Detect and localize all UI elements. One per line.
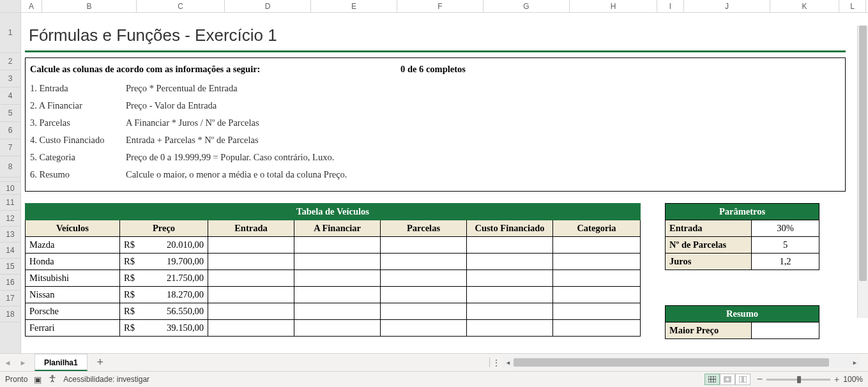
col-header-K[interactable]: K: [770, 0, 839, 12]
row-header-3[interactable]: 3: [0, 70, 20, 87]
col-afinanciar[interactable]: A Financiar: [294, 220, 381, 237]
cell[interactable]: [553, 303, 641, 320]
param-value[interactable]: 1,2: [752, 254, 819, 270]
cell[interactable]: [294, 237, 381, 254]
col-preco[interactable]: Preço: [120, 220, 208, 237]
col-categoria[interactable]: Categoria: [553, 220, 641, 237]
row-header-12[interactable]: 12: [0, 211, 20, 227]
zoom-in-button[interactable]: +: [834, 374, 839, 384]
tab-nav-next[interactable]: ►: [17, 357, 29, 368]
scroll-track[interactable]: [514, 358, 849, 367]
cell[interactable]: 39.150,00: [141, 320, 208, 337]
select-all-triangle[interactable]: [0, 0, 21, 12]
cell[interactable]: [294, 270, 381, 287]
scrollbar-thumb[interactable]: [859, 26, 867, 281]
row-header-10[interactable]: 10: [0, 182, 20, 195]
cell[interactable]: [467, 254, 553, 270]
cell[interactable]: [467, 287, 553, 303]
view-page-break[interactable]: [735, 374, 750, 385]
cell[interactable]: Mitsubishi: [26, 270, 120, 287]
cell[interactable]: [467, 237, 553, 254]
vertical-scrollbar[interactable]: [857, 26, 868, 318]
tab-options-icon[interactable]: ⋮: [492, 358, 501, 368]
cell[interactable]: [467, 270, 553, 287]
cell[interactable]: Nissan: [26, 287, 120, 303]
horizontal-scrollbar[interactable]: ◄ ►: [503, 357, 860, 368]
col-custo[interactable]: Custo Financiado: [467, 220, 553, 237]
cell[interactable]: 18.270,00: [141, 287, 208, 303]
col-header-H[interactable]: H: [570, 0, 657, 12]
col-header-J[interactable]: J: [684, 0, 770, 12]
cell[interactable]: [553, 287, 641, 303]
cell[interactable]: [208, 270, 294, 287]
scroll-left-arrow[interactable]: ◄: [503, 357, 514, 368]
cell[interactable]: 20.010,00: [141, 237, 208, 254]
cell[interactable]: R$: [120, 287, 141, 303]
spreadsheet-grid[interactable]: Fórmulas e Funções - Exercício 1 Calcule…: [21, 13, 868, 353]
cell[interactable]: [208, 320, 294, 337]
zoom-out-button[interactable]: −: [757, 374, 763, 385]
row-header-15[interactable]: 15: [0, 259, 20, 275]
cell[interactable]: Mazda: [26, 237, 120, 254]
view-page-layout[interactable]: [720, 374, 735, 385]
cell[interactable]: [553, 237, 641, 254]
cell[interactable]: R$: [120, 303, 141, 320]
cell[interactable]: [294, 254, 381, 270]
row-header-16[interactable]: 16: [0, 275, 20, 291]
row-header-13[interactable]: 13: [0, 227, 20, 243]
col-header-A[interactable]: A: [21, 0, 42, 12]
cell[interactable]: [208, 303, 294, 320]
col-header-B[interactable]: B: [42, 0, 137, 12]
col-header-L[interactable]: L: [839, 0, 866, 12]
accessibility-icon[interactable]: [48, 374, 57, 385]
row-header-17[interactable]: 17: [0, 291, 20, 307]
cell[interactable]: 56.550,00: [141, 303, 208, 320]
cell[interactable]: [208, 254, 294, 270]
col-header-D[interactable]: D: [225, 0, 311, 12]
col-veiculos[interactable]: Veículos: [26, 220, 120, 237]
cell[interactable]: [381, 237, 467, 254]
cell[interactable]: [381, 287, 467, 303]
cell[interactable]: [294, 320, 381, 337]
col-parcelas[interactable]: Parcelas: [381, 220, 467, 237]
cell[interactable]: [208, 287, 294, 303]
cell[interactable]: [381, 270, 467, 287]
sheet-tab-active[interactable]: Planilha1: [34, 354, 88, 371]
scroll-right-arrow[interactable]: ►: [849, 357, 860, 368]
cell[interactable]: 21.750,00: [141, 270, 208, 287]
resumo-value[interactable]: [752, 322, 819, 339]
cell[interactable]: [381, 254, 467, 270]
param-label[interactable]: Juros: [666, 254, 752, 270]
cell[interactable]: [294, 303, 381, 320]
col-header-G[interactable]: G: [483, 0, 570, 12]
param-label[interactable]: Nº de Parcelas: [666, 237, 752, 254]
col-header-C[interactable]: C: [137, 0, 225, 12]
macro-record-icon[interactable]: ▣: [34, 375, 42, 384]
resumo-label[interactable]: Maior Preço: [666, 322, 752, 339]
cell[interactable]: [294, 287, 381, 303]
cell[interactable]: Ferrari: [26, 320, 120, 337]
zoom-level[interactable]: 100%: [843, 375, 863, 384]
row-header-18[interactable]: 18: [0, 307, 20, 322]
row-header-11[interactable]: 11: [0, 195, 20, 211]
scrollbar-thumb[interactable]: [514, 358, 829, 367]
cell[interactable]: [208, 237, 294, 254]
cell[interactable]: [467, 303, 553, 320]
param-label[interactable]: Entrada: [666, 220, 752, 237]
tab-nav-prev[interactable]: ◄: [2, 357, 13, 368]
col-header-I[interactable]: I: [657, 0, 684, 12]
row-header-4[interactable]: 4: [0, 87, 20, 105]
row-header-2[interactable]: 2: [0, 53, 20, 70]
view-normal[interactable]: [704, 374, 720, 385]
accessibility-text[interactable]: Acessibilidade: investigar: [63, 375, 149, 384]
tab-splitter[interactable]: [489, 358, 490, 367]
cell[interactable]: [553, 254, 641, 270]
row-header-6[interactable]: 6: [0, 122, 20, 139]
row-header-8[interactable]: 8: [0, 156, 20, 178]
zoom-slider[interactable]: [766, 379, 830, 381]
cell[interactable]: R$: [120, 270, 141, 287]
cell[interactable]: [553, 320, 641, 337]
param-value[interactable]: 30%: [752, 220, 819, 237]
cell[interactable]: [467, 320, 553, 337]
add-sheet-button[interactable]: +: [91, 356, 109, 369]
